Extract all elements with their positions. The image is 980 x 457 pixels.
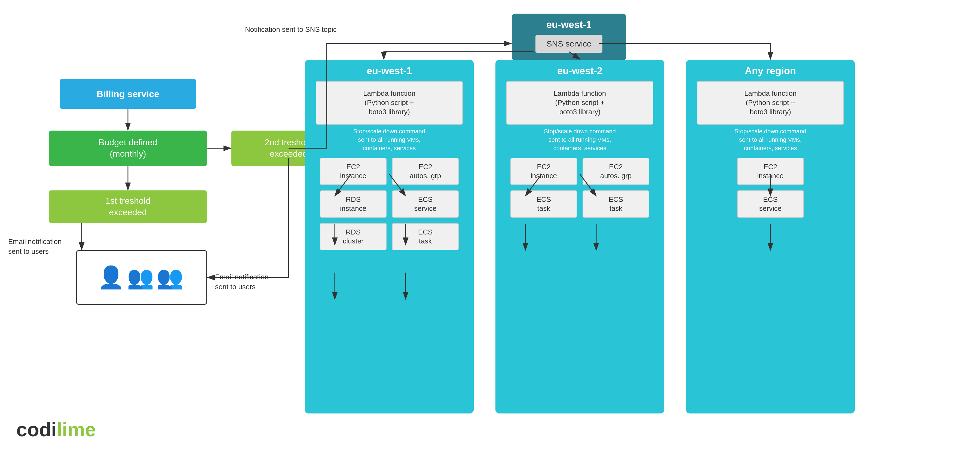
eu-west-1-region: eu-west-1 Lambda function (Python script… [305,60,474,414]
any-region-ec2-instance: EC2instance [737,158,804,185]
any-region-stop-cmd: Stop/scale down commandsent to all runni… [692,127,850,152]
eu-west-2-ec2-autos: EC2autos. grp [582,158,649,185]
user-icons: 👤👥👥 [97,265,186,290]
eu-west-2-ecs-task-1: ECStask [511,190,577,217]
budget-defined-box: Budget defined (monthly) [49,130,207,166]
eu-west-1-stop-cmd: Stop/scale down commandsent to all runni… [310,127,468,152]
any-region-label: Any region [692,65,850,77]
threshold-1-box: 1st treshold exceeded [49,190,207,223]
sns-region-label: eu-west-1 [520,19,618,30]
email-notification-left: Email notification sent to users [8,236,79,257]
any-region-ecs-service: ECSservice [737,190,804,217]
users-box: 👤👥👥 [76,250,207,305]
eu-west-1-ec2-instance: EC2instance [320,158,387,185]
eu-west-1-ecs-service: ECSservice [392,190,459,217]
notification-sns-label: Notification sent to SNS topic [245,24,436,34]
eu-west-2-lambda: Lambda function (Python script + boto3 l… [506,81,653,125]
eu-west-1-rds-cluster: RDScluster [320,223,387,250]
logo: codilime [16,418,96,441]
eu-west-1-lambda: Lambda function (Python script + boto3 l… [316,81,463,125]
email-notification-right: Email notification sent to users [215,272,291,292]
eu-west-1-ecs-task: ECStask [392,223,459,250]
any-region-region: Any region Lambda function (Python scrip… [686,60,855,414]
eu-west-2-region: eu-west-2 Lambda function (Python script… [495,60,664,414]
diagram: eu-west-1 SNS service Notification sent … [0,0,980,457]
eu-west-1-label: eu-west-1 [310,65,468,77]
eu-west-1-rds-instance: RDSinstance [320,190,387,217]
logo-lime: lime [57,419,96,440]
eu-west-1-ec2-autos: EC2autos. grp [392,158,459,185]
eu-west-2-stop-cmd: Stop/scale down commandsent to all runni… [501,127,659,152]
billing-service-box: Billing service [60,79,196,109]
eu-west-2-label: eu-west-2 [501,65,659,77]
any-region-lambda: Lambda function (Python script + boto3 l… [697,81,844,125]
sns-service-box: SNS service [535,35,602,53]
logo-codi: codi [16,419,57,440]
eu-west-2-ecs-task-2: ECStask [582,190,649,217]
sns-region: eu-west-1 SNS service [512,14,626,61]
eu-west-2-ec2-instance: EC2instance [511,158,577,185]
